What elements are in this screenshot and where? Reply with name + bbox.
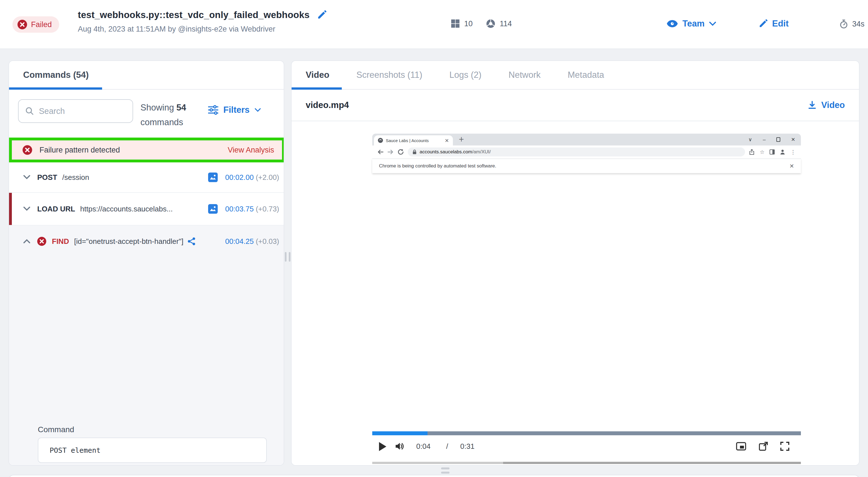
share-icon[interactable] — [187, 237, 196, 246]
browser-toolbar-icons: ☆ ⋮ — [749, 149, 796, 155]
duration-value: 34s — [852, 20, 865, 29]
bottom-resize-handle[interactable] — [441, 468, 450, 474]
video-frame-browser: Sauce Labs | Accounts ✕ + ∨ – ✕ — [372, 134, 801, 173]
infobar-text: Chrome is being controlled by automated … — [379, 163, 496, 169]
url-domain: accounts.saucelabs.com — [420, 149, 472, 155]
volume-icon[interactable] — [395, 442, 404, 451]
media-panel: Video Screenshots (11) Logs (2) Network … — [291, 60, 860, 466]
screenshot-icon[interactable] — [208, 172, 218, 182]
download-video-button[interactable]: Video — [808, 100, 845, 110]
menu-dots-icon: ⋮ — [790, 149, 796, 155]
new-tab-icon: + — [459, 135, 464, 143]
edit-icon — [758, 19, 768, 28]
automation-infobar: Chrome is being controlled by automated … — [372, 158, 801, 173]
commands-toolbar: Showing 54 commands Filters — [9, 90, 284, 137]
command-timestamp: 00:02.00 (+2.00) — [225, 173, 279, 182]
browser-tab-title: Sauce Labs | Accounts — [386, 138, 442, 143]
command-section-label: Command — [38, 425, 74, 434]
view-analysis-link[interactable]: View Analysis — [227, 146, 274, 155]
tab-screenshots[interactable]: Screenshots (11) — [356, 70, 423, 80]
pip-icon[interactable] — [736, 442, 746, 451]
command-row-post-session[interactable]: POST /session 00:02.00 (+2.00) — [9, 162, 284, 193]
command-arg: /session — [62, 173, 89, 182]
close-icon: ✕ — [445, 137, 449, 144]
os-version: 10 — [464, 20, 473, 28]
sidebar-icon — [770, 150, 775, 155]
popout-icon[interactable] — [758, 442, 768, 451]
close-icon: ✕ — [791, 136, 795, 142]
play-icon[interactable] — [379, 442, 386, 451]
panel-resize-handle[interactable] — [285, 252, 290, 262]
browser-tab: Sauce Labs | Accounts ✕ — [374, 135, 453, 146]
team-dropdown[interactable]: Team — [666, 19, 716, 29]
failed-status-icon — [18, 20, 27, 29]
failure-banner-text: Failure pattern detected — [39, 146, 120, 155]
showing-count: Showing 54 commands — [141, 100, 186, 130]
filters-icon — [208, 105, 218, 115]
command-method: LOAD URL — [37, 205, 75, 214]
screenshot-icon[interactable] — [208, 204, 218, 214]
share-page-icon — [749, 149, 755, 155]
team-label: Team — [682, 19, 705, 29]
lock-icon — [412, 150, 417, 155]
command-arg: [id="onetrust-accept-btn-handler"] — [74, 237, 184, 246]
chevron-down-icon[interactable] — [23, 175, 30, 180]
video-file-name: video.mp4 — [306, 100, 349, 110]
search-input[interactable] — [39, 106, 124, 116]
page-title: test_webhooks.py::test_vdc_only_failed_w… — [78, 9, 310, 20]
status-badge: Failed — [12, 17, 59, 33]
chevron-up-icon[interactable] — [23, 239, 30, 244]
chevron-down-icon — [255, 108, 261, 112]
command-value-box: POST element — [38, 438, 267, 463]
chevron-down-icon[interactable] — [23, 206, 30, 212]
browser-toolbar: accounts.saucelabs.com/am/XUI/ ☆ ⋮ — [372, 146, 801, 158]
window-controls: ∨ – ✕ — [748, 134, 795, 146]
forward-icon — [388, 149, 394, 155]
tab-video[interactable]: Video — [306, 70, 330, 80]
time-separator: / — [446, 442, 448, 451]
commands-tab-bar: Commands (54) — [9, 61, 284, 90]
page-header: Failed test_webhooks.py::test_vdc_only_f… — [0, 0, 868, 49]
error-marker — [9, 193, 12, 225]
filters-button[interactable]: Filters — [208, 105, 261, 115]
command-method: POST — [37, 173, 57, 182]
next-section-card — [8, 475, 860, 477]
command-method: FIND — [52, 237, 69, 246]
video-file-bar: video.mp4 Video — [291, 90, 859, 121]
video-scrollbar[interactable] — [372, 462, 801, 464]
command-row-find[interactable]: FIND [id="onetrust-accept-btn-handler"] … — [9, 226, 284, 257]
address-bar: accounts.saucelabs.com/am/XUI/ — [408, 148, 745, 156]
star-icon: ☆ — [760, 149, 765, 155]
profile-icon — [780, 149, 785, 155]
browser-tab-strip: Sauce Labs | Accounts ✕ + ∨ – ✕ — [372, 134, 801, 146]
command-row-load-url[interactable]: LOAD URL https://accounts.saucelabs... 0… — [9, 193, 284, 226]
browser-version: 114 — [500, 20, 512, 28]
test-details-page: Failed test_webhooks.py::test_vdc_only_f… — [0, 0, 868, 477]
tab-network[interactable]: Network — [508, 70, 540, 80]
video-controls: 0:04 / 0:31 — [372, 435, 801, 458]
chevron-down-icon: ∨ — [748, 136, 752, 142]
edit-button[interactable]: Edit — [758, 19, 789, 29]
tab-favicon — [378, 138, 383, 143]
command-arg: https://accounts.saucelabs... — [80, 205, 173, 214]
video-player[interactable]: Sauce Labs | Accounts ✕ + ∨ – ✕ — [291, 121, 859, 466]
tab-logs[interactable]: Logs (2) — [450, 70, 482, 80]
tab-commands[interactable]: Commands (54) — [23, 70, 89, 80]
video-total-time: 0:31 — [460, 442, 475, 451]
download-icon — [808, 101, 817, 110]
windows-icon — [451, 20, 460, 28]
video-progress-bar[interactable] — [372, 431, 801, 435]
commands-panel: Commands (54) Showing 54 commands Filter… — [8, 60, 284, 466]
command-list: POST /session 00:02.00 (+2.00) LOAD URL … — [9, 162, 284, 466]
search-box[interactable] — [18, 99, 133, 123]
chevron-down-icon — [709, 22, 716, 26]
tab-metadata[interactable]: Metadata — [568, 70, 604, 80]
fullscreen-icon[interactable] — [780, 442, 789, 451]
active-tab-underline — [291, 87, 342, 90]
eye-icon — [666, 20, 678, 28]
restore-icon — [776, 137, 780, 142]
edit-title-icon[interactable] — [317, 10, 327, 20]
test-meta: Aug 4th, 2023 at 11:51AM by @insights-e2… — [78, 25, 327, 34]
failure-pattern-banner: Failure pattern detected View Analysis — [9, 137, 284, 162]
close-icon: ✕ — [789, 163, 794, 169]
